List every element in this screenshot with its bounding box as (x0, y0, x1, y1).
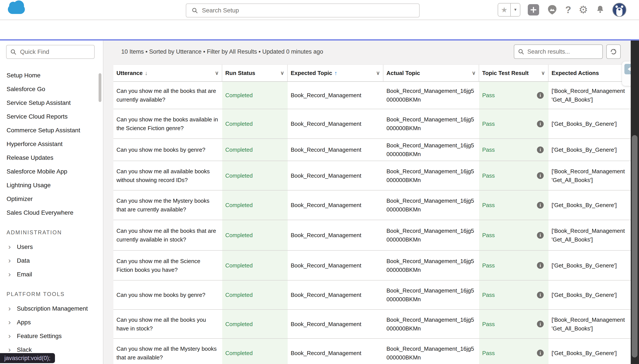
column-header-run-status[interactable]: Run Status∨ (222, 65, 288, 81)
trailhead-icon[interactable] (546, 4, 558, 15)
info-icon[interactable]: i (537, 172, 544, 179)
sidebar-item-expandable[interactable]: ›Feature Settings (0, 329, 103, 343)
cell-expected-topic: Book_Record_Management (288, 82, 383, 109)
test-result-value: Pass (482, 349, 495, 358)
column-menu-chevron-icon[interactable]: ∨ (373, 70, 380, 76)
user-avatar[interactable] (612, 3, 626, 17)
column-menu-chevron-icon[interactable]: ∨ (212, 70, 219, 76)
sidebar-item[interactable]: Optimizer (0, 192, 103, 206)
table-row[interactable]: Can you show me all the books you have i… (113, 310, 631, 339)
cell-expected-actions: ['Get_Books_By_Genere'] (548, 139, 631, 161)
sidebar-item[interactable]: Salesforce Go (0, 82, 103, 96)
cell-topic-test-result: Passi (479, 310, 548, 338)
help-icon[interactable]: ? (565, 4, 571, 15)
info-icon[interactable]: i (537, 92, 544, 99)
favorites-button[interactable]: ★ ▼ (498, 3, 520, 16)
column-header-utterance[interactable]: Utterance↓∨ (113, 65, 222, 81)
search-icon (11, 49, 16, 55)
run-status-value: Completed (225, 320, 253, 328)
sidebar-item[interactable]: Hyperforce Assistant (0, 137, 103, 151)
info-icon[interactable]: i (537, 350, 544, 356)
info-icon[interactable]: i (537, 262, 544, 269)
sidebar-item[interactable]: Salesforce Mobile App (0, 164, 103, 178)
sidebar-item[interactable]: Setup Home (0, 68, 103, 82)
sidebar-item[interactable]: Service Setup Assistant (0, 96, 103, 110)
cell-utterance: Can you show me books by genre? (113, 139, 222, 161)
cell-actual-topic: Book_Record_Management_16jg5 000000BKMn (383, 161, 479, 190)
sidebar-item[interactable]: Lightning Usage (0, 178, 103, 192)
table-row[interactable]: Can you show me all the books that are c… (113, 82, 631, 109)
table-header-row: Utterance↓∨Run Status∨Expected Topic↑∨Ac… (113, 64, 631, 82)
cell-utterance: Can you show me all the Mystery books th… (113, 339, 222, 364)
column-header-actual-topic[interactable]: Actual Topic∨ (383, 65, 479, 81)
column-header-expected-actions[interactable]: Expected Actions (548, 65, 631, 81)
column-menu-chevron-icon[interactable]: ∨ (277, 70, 284, 76)
info-icon[interactable]: i (537, 120, 544, 127)
sidebar-item[interactable]: Sales Cloud Everywhere (0, 206, 103, 220)
test-result-value: Pass (482, 146, 495, 154)
info-icon[interactable]: i (537, 146, 544, 153)
sidebar-item-label: Feature Settings (17, 332, 62, 340)
run-status-value: Completed (225, 290, 253, 299)
info-icon[interactable]: i (537, 292, 544, 298)
sidebar-item-expandable[interactable]: ›Users (0, 240, 103, 254)
info-icon[interactable]: i (537, 232, 544, 239)
cell-expected-topic: Book_Record_Management (288, 161, 383, 190)
test-result-value: Pass (482, 171, 495, 180)
search-results-placeholder: Search results... (527, 48, 570, 55)
cell-topic-test-result: Passi (479, 339, 548, 364)
sidebar-scrollbar[interactable] (99, 73, 101, 102)
cell-expected-actions: ['Get_Books_By_Genere'] (548, 109, 631, 138)
cell-topic-test-result: Passi (479, 82, 548, 109)
run-status-value: Completed (225, 146, 253, 154)
sidebar-item[interactable]: Release Updates (0, 151, 103, 164)
sidebar-item-expandable[interactable]: ›Apps (0, 316, 103, 329)
run-status-value: Completed (225, 91, 253, 100)
info-icon[interactable]: i (537, 321, 544, 328)
cell-utterance: Can you show me all available books with… (113, 161, 222, 190)
column-menu-chevron-icon[interactable]: ∨ (538, 70, 545, 76)
page-scrollbar-thumb[interactable] (632, 135, 637, 358)
cell-expected-topic: Book_Record_Management (288, 339, 383, 364)
page-scrollbar-track[interactable] (631, 40, 639, 364)
table-row[interactable]: Can you show me the books available in t… (113, 109, 631, 139)
table-row[interactable]: Can you show me all available books with… (113, 161, 631, 190)
refresh-button[interactable] (606, 44, 621, 59)
cell-expected-actions: ['Book_Record_Management 'Get_All_Books'… (548, 220, 631, 250)
global-search-input[interactable]: Search Setup (186, 4, 420, 18)
notifications-bell-icon[interactable] (595, 4, 605, 15)
quick-find-input[interactable]: Quick Find (6, 45, 95, 59)
sidebar-item-expandable[interactable]: ›Email (0, 268, 103, 281)
cell-actual-topic: Book_Record_Management_16jg5 000000BKMn (383, 82, 479, 109)
cell-run-status: Completed (222, 251, 288, 280)
table-row[interactable]: Can you show me the Mystery books that a… (113, 190, 631, 220)
table-row[interactable]: Can you show me books by genre?Completed… (113, 280, 631, 310)
setup-gear-icon[interactable]: ⚙ (578, 4, 588, 15)
run-status-value: Completed (225, 261, 253, 270)
test-results-table: Utterance↓∨Run Status∨Expected Topic↑∨Ac… (113, 64, 631, 364)
cell-expected-topic: Book_Record_Management (288, 190, 383, 220)
cell-expected-actions: ['Book_Record_Management 'Get_All_Books'… (548, 310, 631, 338)
add-icon[interactable] (528, 4, 539, 16)
column-header-topic-test-result[interactable]: Topic Test Result∨ (479, 65, 548, 81)
column-label: Topic Test Result (482, 70, 529, 76)
sidebar-item-expandable[interactable]: ›Data (0, 254, 103, 268)
favorites-caret-icon[interactable]: ▼ (510, 4, 520, 16)
search-results-input[interactable]: Search results... (514, 44, 603, 59)
table-row[interactable]: Can you show me books by genre?Completed… (113, 139, 631, 161)
sidebar-item[interactable]: Service Cloud Reports (0, 110, 103, 123)
sidebar-item-expandable[interactable]: ›Subscription Management (0, 302, 103, 316)
cell-run-status: Completed (222, 310, 288, 338)
cell-topic-test-result: Passi (479, 280, 548, 309)
table-row[interactable]: Can you show me all the Science Fiction … (113, 251, 631, 280)
info-icon[interactable]: i (537, 202, 544, 208)
table-row[interactable]: Can you show me all the Mystery books th… (113, 339, 631, 364)
cell-actual-topic: Book_Record_Management_16jg5 000000BKMn (383, 310, 479, 338)
favorites-star-icon[interactable]: ★ (498, 4, 510, 16)
chevron-right-icon: › (8, 332, 11, 339)
column-header-expected-topic[interactable]: Expected Topic↑∨ (288, 65, 383, 81)
chevron-right-icon: › (8, 256, 11, 264)
column-menu-chevron-icon[interactable]: ∨ (469, 70, 476, 76)
table-row[interactable]: Can you show me all the books that are c… (113, 220, 631, 251)
sidebar-item[interactable]: Commerce Setup Assistant (0, 123, 103, 137)
